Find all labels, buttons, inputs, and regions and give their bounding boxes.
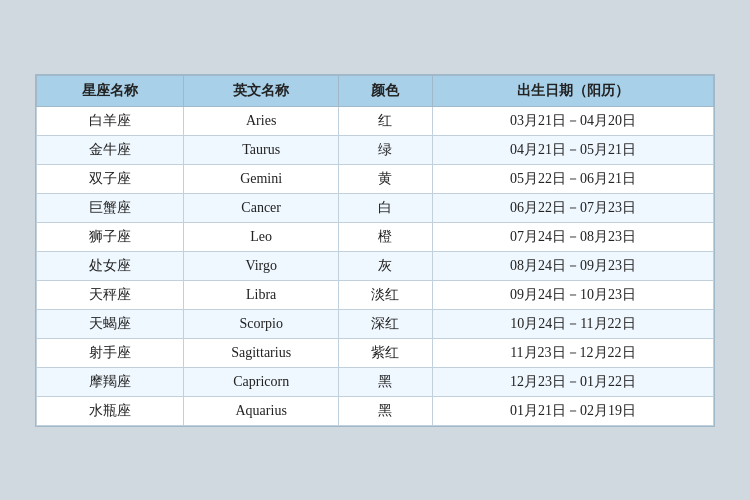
table-row: 白羊座Aries红03月21日－04月20日 bbox=[37, 106, 714, 135]
col-header-color: 颜色 bbox=[339, 75, 433, 106]
cell-dates: 11月23日－12月22日 bbox=[432, 338, 713, 367]
zodiac-table-container: 星座名称 英文名称 颜色 出生日期（阳历） 白羊座Aries红03月21日－04… bbox=[35, 74, 715, 427]
table-body: 白羊座Aries红03月21日－04月20日金牛座Taurus绿04月21日－0… bbox=[37, 106, 714, 425]
cell-english: Leo bbox=[184, 222, 339, 251]
table-row: 摩羯座Capricorn黑12月23日－01月22日 bbox=[37, 367, 714, 396]
cell-english: Aquarius bbox=[184, 396, 339, 425]
cell-chinese: 巨蟹座 bbox=[37, 193, 184, 222]
cell-dates: 04月21日－05月21日 bbox=[432, 135, 713, 164]
cell-color: 灰 bbox=[339, 251, 433, 280]
cell-dates: 08月24日－09月23日 bbox=[432, 251, 713, 280]
cell-english: Taurus bbox=[184, 135, 339, 164]
cell-chinese: 水瓶座 bbox=[37, 396, 184, 425]
cell-dates: 03月21日－04月20日 bbox=[432, 106, 713, 135]
cell-dates: 10月24日－11月22日 bbox=[432, 309, 713, 338]
cell-english: Capricorn bbox=[184, 367, 339, 396]
cell-color: 黑 bbox=[339, 396, 433, 425]
cell-english: Sagittarius bbox=[184, 338, 339, 367]
col-header-chinese: 星座名称 bbox=[37, 75, 184, 106]
cell-color: 白 bbox=[339, 193, 433, 222]
cell-dates: 05月22日－06月21日 bbox=[432, 164, 713, 193]
table-row: 巨蟹座Cancer白06月22日－07月23日 bbox=[37, 193, 714, 222]
cell-english: Virgo bbox=[184, 251, 339, 280]
cell-dates: 09月24日－10月23日 bbox=[432, 280, 713, 309]
zodiac-table: 星座名称 英文名称 颜色 出生日期（阳历） 白羊座Aries红03月21日－04… bbox=[36, 75, 714, 426]
cell-color: 红 bbox=[339, 106, 433, 135]
table-row: 双子座Gemini黄05月22日－06月21日 bbox=[37, 164, 714, 193]
cell-dates: 12月23日－01月22日 bbox=[432, 367, 713, 396]
cell-english: Gemini bbox=[184, 164, 339, 193]
cell-color: 黑 bbox=[339, 367, 433, 396]
cell-color: 绿 bbox=[339, 135, 433, 164]
col-header-dates: 出生日期（阳历） bbox=[432, 75, 713, 106]
table-row: 水瓶座Aquarius黑01月21日－02月19日 bbox=[37, 396, 714, 425]
table-row: 狮子座Leo橙07月24日－08月23日 bbox=[37, 222, 714, 251]
table-header-row: 星座名称 英文名称 颜色 出生日期（阳历） bbox=[37, 75, 714, 106]
table-row: 射手座Sagittarius紫红11月23日－12月22日 bbox=[37, 338, 714, 367]
cell-color: 淡红 bbox=[339, 280, 433, 309]
cell-color: 紫红 bbox=[339, 338, 433, 367]
col-header-english: 英文名称 bbox=[184, 75, 339, 106]
cell-english: Cancer bbox=[184, 193, 339, 222]
cell-chinese: 射手座 bbox=[37, 338, 184, 367]
cell-dates: 07月24日－08月23日 bbox=[432, 222, 713, 251]
cell-chinese: 狮子座 bbox=[37, 222, 184, 251]
table-row: 天蝎座Scorpio深红10月24日－11月22日 bbox=[37, 309, 714, 338]
cell-chinese: 金牛座 bbox=[37, 135, 184, 164]
table-row: 金牛座Taurus绿04月21日－05月21日 bbox=[37, 135, 714, 164]
table-row: 处女座Virgo灰08月24日－09月23日 bbox=[37, 251, 714, 280]
cell-chinese: 双子座 bbox=[37, 164, 184, 193]
cell-chinese: 白羊座 bbox=[37, 106, 184, 135]
cell-color: 深红 bbox=[339, 309, 433, 338]
cell-chinese: 天蝎座 bbox=[37, 309, 184, 338]
cell-chinese: 处女座 bbox=[37, 251, 184, 280]
cell-dates: 06月22日－07月23日 bbox=[432, 193, 713, 222]
cell-color: 橙 bbox=[339, 222, 433, 251]
cell-english: Scorpio bbox=[184, 309, 339, 338]
cell-english: Libra bbox=[184, 280, 339, 309]
cell-chinese: 摩羯座 bbox=[37, 367, 184, 396]
cell-dates: 01月21日－02月19日 bbox=[432, 396, 713, 425]
cell-english: Aries bbox=[184, 106, 339, 135]
cell-color: 黄 bbox=[339, 164, 433, 193]
cell-chinese: 天秤座 bbox=[37, 280, 184, 309]
table-row: 天秤座Libra淡红09月24日－10月23日 bbox=[37, 280, 714, 309]
